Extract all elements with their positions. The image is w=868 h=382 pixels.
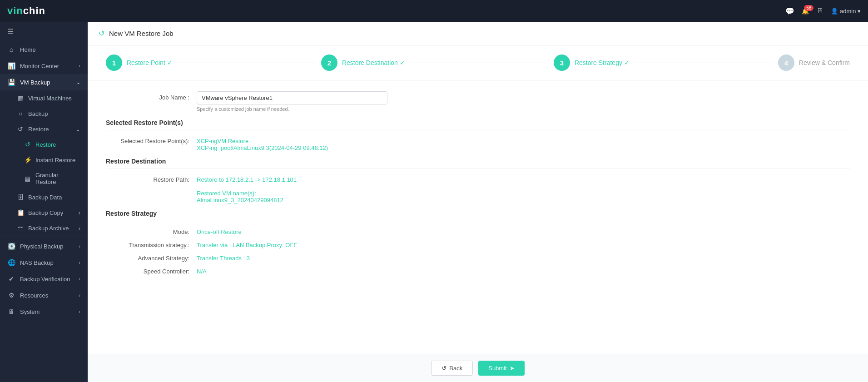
wizard-step-3[interactable]: 3 Restore Strategy ✓ (554, 55, 630, 71)
form-content: Job Name : Specify a customized job name… (88, 80, 868, 354)
sidebar-label-resources: Resources (20, 292, 48, 299)
virtual-machines-icon: ▦ (16, 94, 25, 102)
sidebar-divider-1 (0, 237, 88, 237)
monitor-icon[interactable]: 🖥 (816, 7, 823, 15)
restore-path-text: Restore to 172.18.2.1 -> 172.18.1.101 (197, 176, 850, 183)
step-sep-1 (177, 63, 317, 63)
submit-button[interactable]: Submit ➤ (478, 361, 524, 376)
sidebar-item-backup[interactable]: ○ Backup (0, 106, 88, 121)
sidebar-item-instant-restore[interactable]: ⚡ Instant Restore (0, 152, 88, 168)
job-name-label: Job Name : (106, 91, 197, 101)
backup-icon: ○ (16, 110, 25, 117)
step-label-4: Review & Confirm (799, 59, 850, 66)
chevron-right-icon-resources: › (79, 293, 80, 298)
sidebar-item-backup-verification[interactable]: ✔ Backup Verification › (0, 271, 88, 287)
job-name-row: Job Name : Specify a customized job name… (106, 91, 850, 112)
sidebar-label-vm-backup: VM Backup (20, 79, 50, 86)
chevron-right-icon-system: › (79, 309, 80, 314)
section-title-strategy: Restore Strategy (106, 210, 850, 221)
sidebar-item-backup-archive[interactable]: 🗃 Backup Archive › (0, 220, 88, 236)
sidebar-item-nas-backup[interactable]: 🌐 NAS Backup › (0, 254, 88, 271)
sidebar-item-physical-backup[interactable]: 💽 Physical Backup › (0, 238, 88, 254)
job-name-input[interactable] (197, 91, 387, 104)
sidebar-item-backup-copy[interactable]: 📋 Backup Copy › (0, 205, 88, 220)
restored-vm-name: AlmaLinux9_3_20240429094812 (197, 197, 850, 203)
notification-bell[interactable]: 🔔 58 (802, 8, 809, 15)
speed-text: N/A (197, 268, 850, 275)
sidebar-item-backup-data[interactable]: 🗄 Backup Data (0, 189, 88, 205)
restored-vm-label: Restored VM name(s): (197, 190, 850, 197)
restore-point-line1: XCP-ngVM Restore (197, 138, 850, 144)
transmission-text: Transfer via : LAN Backup Proxy: OFF (197, 242, 850, 248)
message-icon[interactable]: 💬 (785, 7, 794, 15)
sidebar-label-backup-archive: Backup Archive (28, 225, 69, 232)
backup-verification-icon: ✔ (7, 275, 15, 283)
home-icon: ⌂ (7, 46, 15, 53)
sidebar-label-physical-backup: Physical Backup (20, 243, 63, 250)
chevron-right-icon-nas: › (79, 260, 80, 265)
sidebar-label-system: System (20, 308, 40, 315)
sidebar-label-granular-restore: Granular Restore (35, 172, 80, 185)
sidebar-label-instant-restore: Instant Restore (35, 157, 75, 164)
step-label-1: Restore Point ✓ (127, 59, 173, 66)
admin-menu[interactable]: 👤 admin ▾ (831, 8, 861, 15)
transmission-value: Transfer via : LAN Backup Proxy: OFF (197, 242, 850, 248)
sidebar-item-virtual-machines[interactable]: ▦ Virtual Machines (0, 90, 88, 106)
step-label-2: Restore Destination ✓ (342, 59, 405, 66)
sidebar-item-restore[interactable]: ↺ Restore ⌄ (0, 121, 88, 137)
advanced-text: Transfer Threads : 3 (197, 255, 850, 262)
wizard-step-1[interactable]: 1 Restore Point ✓ (106, 55, 173, 71)
sidebar-item-home[interactable]: ⌂ Home (0, 41, 88, 58)
wizard-step-2[interactable]: 2 Restore Destination ✓ (321, 55, 405, 71)
sidebar-label-monitor-center: Monitor Center (20, 63, 59, 69)
sidebar-item-vm-backup[interactable]: 💾 VM Backup ⌄ (0, 74, 88, 90)
back-label: Back (449, 365, 462, 372)
top-nav: vinchin 💬 🔔 58 🖥 👤 admin ▾ (0, 0, 868, 22)
transmission-label: Transmission strategy.: (106, 242, 197, 248)
notification-count: 58 (804, 5, 813, 11)
backup-archive-icon: 🗃 (16, 224, 25, 232)
instant-restore-icon: ⚡ (24, 156, 32, 164)
page-title: New VM Restore Job (109, 30, 174, 37)
back-button[interactable]: ↺ Back (431, 361, 473, 376)
sidebar-item-system[interactable]: 🖥 System › (0, 303, 88, 320)
step-label-3: Restore Strategy ✓ (575, 59, 630, 66)
logo-vin: vin (7, 5, 23, 16)
main-content: ↺ New VM Restore Job 1 Restore Point ✓ 2… (88, 22, 868, 382)
step-num-1: 1 (106, 55, 122, 71)
restore-path-label: Restore Path: (106, 176, 197, 203)
sidebar-item-granular-restore[interactable]: ▦ Granular Restore (0, 168, 88, 189)
wizard-step-4[interactable]: 4 Review & Confirm (778, 55, 850, 71)
vm-backup-icon: 💾 (7, 79, 15, 86)
physical-backup-icon: 💽 (7, 243, 15, 250)
logo-chin: chin (23, 5, 45, 16)
backup-copy-icon: 📋 (16, 209, 25, 216)
step-sep-3 (634, 63, 774, 63)
mode-text: Once-off Restore (197, 228, 850, 235)
job-name-field: Specify a customized job name if needed. (197, 91, 850, 112)
transmission-row: Transmission strategy.: Transfer via : L… (106, 242, 850, 248)
page-footer: ↺ Back Submit ➤ (88, 354, 868, 382)
chevron-right-icon-copy: › (79, 209, 80, 216)
restore-points-row: Selected Restore Point(s): XCP-ngVM Rest… (106, 138, 850, 151)
sidebar-item-restore-sub[interactable]: ↺ Restore (0, 137, 88, 152)
sidebar-menu-button[interactable]: ☰ (0, 22, 88, 41)
sidebar-label-restore: Restore (28, 126, 49, 133)
sidebar-item-resources[interactable]: ⚙ Resources › (0, 287, 88, 303)
wizard-steps: 1 Restore Point ✓ 2 Restore Destination … (88, 45, 868, 80)
granular-restore-icon: ▦ (24, 175, 32, 182)
job-name-hint: Specify a customized job name if needed. (197, 106, 850, 112)
sidebar-item-monitor-center[interactable]: 📊 Monitor Center › (0, 58, 88, 74)
sidebar-label-restore-sub: Restore (35, 141, 56, 148)
sidebar-label-virtual-machines: Virtual Machines (28, 95, 72, 102)
section-title-restore-points: Selected Restore Point(s) (106, 119, 850, 130)
chevron-down-icon-restore: ⌄ (75, 126, 80, 133)
mode-value: Once-off Restore (197, 228, 850, 235)
restore-header-icon: ↺ (99, 29, 104, 38)
sidebar-label-backup-data: Backup Data (28, 194, 62, 201)
chevron-right-icon-physical: › (79, 243, 80, 249)
restore-sub-icon: ↺ (24, 141, 32, 148)
page-header: ↺ New VM Restore Job (88, 22, 868, 45)
mode-label: Mode: (106, 228, 197, 235)
restore-path-value: Restore to 172.18.2.1 -> 172.18.1.101 Re… (197, 176, 850, 203)
